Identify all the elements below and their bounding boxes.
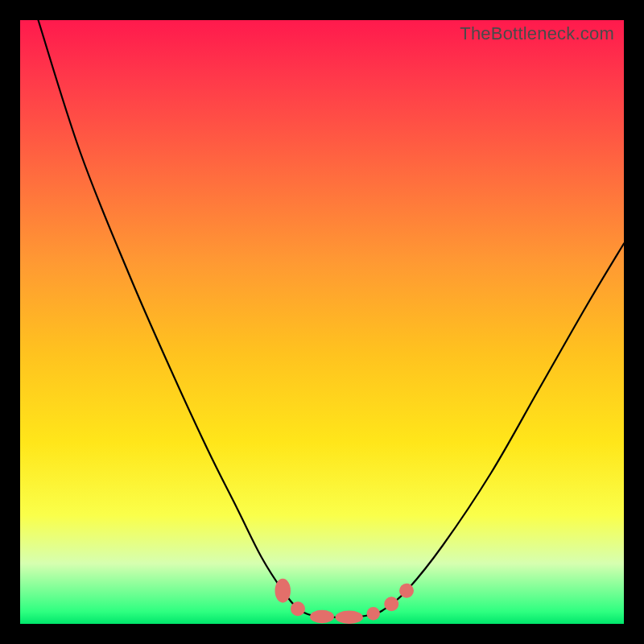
bottleneck-curve [20, 20, 624, 624]
chart-frame: TheBottleneck.com [20, 20, 624, 624]
curve-marker [291, 601, 305, 616]
curve-marker [399, 584, 414, 598]
curve-marker [336, 611, 364, 625]
curve-marker [384, 597, 398, 611]
curve-marker [367, 607, 381, 621]
curve-markers [275, 579, 415, 624]
curve-marker [275, 579, 291, 603]
curve-marker [310, 610, 334, 624]
curve-path [39, 20, 625, 617]
